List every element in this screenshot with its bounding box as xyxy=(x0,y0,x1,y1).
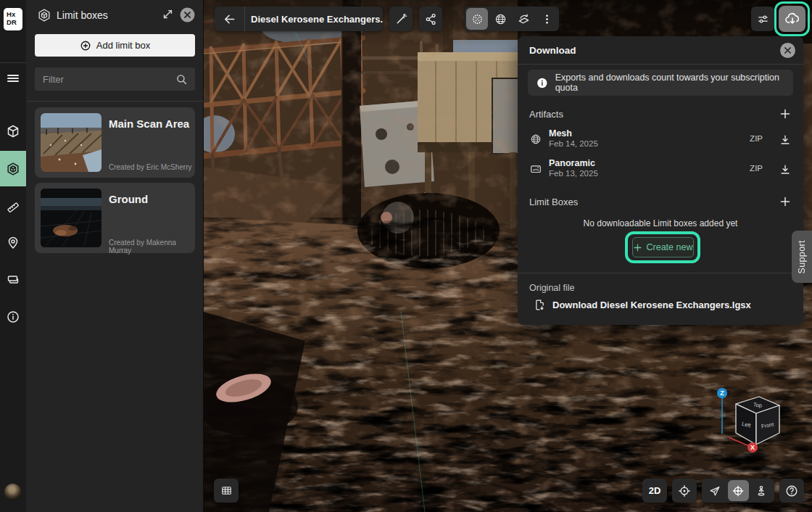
info-icon xyxy=(6,310,20,324)
limit-box-title: Main Scan Area xyxy=(109,117,189,130)
back-button[interactable] xyxy=(215,7,245,31)
close-icon xyxy=(180,7,195,22)
fly-mode-button[interactable] xyxy=(703,479,727,503)
artifact-format: ZIP xyxy=(750,134,763,143)
hamburger-icon xyxy=(6,71,20,86)
close-icon xyxy=(784,46,792,54)
add-artifact-button[interactable] xyxy=(779,107,792,120)
file-title-bar: Diesel Kerosene Exchangers.lgsx xyxy=(215,7,383,31)
mesh-artifact-icon xyxy=(529,133,542,146)
info-filled-icon xyxy=(536,77,548,89)
filter-field xyxy=(35,67,195,91)
plus-circle-icon xyxy=(80,40,91,51)
close-panel-button[interactable] xyxy=(179,7,195,22)
orientation-cube-gizmo[interactable]: Top Left Front Z X xyxy=(714,385,790,455)
ruler-icon xyxy=(6,198,20,212)
support-tab-label: Support xyxy=(797,240,807,274)
file-title: Diesel Kerosene Exchangers.lgsx xyxy=(245,14,383,25)
download-artifact-button[interactable] xyxy=(777,132,793,148)
sidebar-item-datasets[interactable] xyxy=(0,267,26,293)
user-avatar[interactable] xyxy=(4,484,21,500)
more-options-button[interactable] xyxy=(535,7,558,31)
artifact-format: ZIP xyxy=(750,164,763,173)
artifact-row: Panoramic Feb 13, 2025 ZIP xyxy=(518,157,803,182)
plus-icon xyxy=(634,244,642,252)
limit-box-icon xyxy=(37,8,51,22)
divider xyxy=(518,273,803,273)
limit-box-created-by: Created by Makenna Murray xyxy=(109,239,195,255)
orbit-mode-button[interactable] xyxy=(728,480,749,501)
view-settings-button[interactable] xyxy=(751,7,774,31)
point-cloud-icon xyxy=(471,12,484,26)
share-button[interactable] xyxy=(419,7,442,31)
z-axis-label: Z xyxy=(720,389,724,397)
sidebar-item-locations[interactable] xyxy=(0,230,26,256)
texture-mode-button[interactable] xyxy=(512,7,535,31)
arrow-left-icon xyxy=(223,12,236,26)
limit-box-icon xyxy=(6,162,20,176)
app-window: Hx DR Limit boxes xyxy=(0,0,812,512)
render-mode-toolbar xyxy=(465,7,559,31)
limit-boxes-panel: Limit boxes Add limit box xyxy=(26,0,204,512)
original-file-label: Original file xyxy=(529,283,575,293)
create-new-label: Create new xyxy=(647,242,693,252)
limit-boxes-label: Limit Boxes xyxy=(529,197,578,207)
sidebar-item-limit-boxes[interactable] xyxy=(0,151,26,186)
limit-box-title: Ground xyxy=(109,193,148,205)
add-limit-box-download-button[interactable] xyxy=(779,195,792,208)
magic-wand-icon xyxy=(394,12,408,26)
download-button[interactable] xyxy=(779,6,805,32)
artifacts-section-header: Artifacts xyxy=(529,107,792,120)
magic-wand-button[interactable] xyxy=(389,7,413,31)
quota-notice-banner: Exports and downloads count towards your… xyxy=(528,70,793,96)
original-file-link-text: Download Diesel Kerosene Exchangers.lgsx xyxy=(552,300,751,310)
limit-box-list-item[interactable]: Ground Created by Makenna Murray xyxy=(35,183,195,253)
2d-mode-button[interactable]: 2D xyxy=(642,479,667,503)
datasets-icon xyxy=(6,273,20,287)
add-limit-box-label: Add limit box xyxy=(96,40,150,51)
download-artifact-button[interactable] xyxy=(777,162,793,178)
mesh-mode-button[interactable] xyxy=(489,7,512,31)
download-tray-icon xyxy=(779,133,792,146)
quota-notice-text: Exports and downloads count towards your… xyxy=(555,73,784,93)
menu-button[interactable] xyxy=(0,65,26,91)
scan-thumbnail xyxy=(41,189,102,247)
search-icon xyxy=(175,73,188,86)
mesh-sphere-icon xyxy=(494,12,508,26)
plus-icon xyxy=(780,197,790,207)
navigation-mode-toolbar xyxy=(702,479,774,503)
logo-line2: DR xyxy=(7,18,22,26)
download-panel: Download Exports and downloads count tow… xyxy=(518,36,803,325)
sidebar-item-info[interactable] xyxy=(0,304,26,330)
recenter-button[interactable] xyxy=(672,479,697,503)
help-button[interactable] xyxy=(779,479,804,503)
limit-box-list-item[interactable]: Main Scan Area Created by Eric McSherry xyxy=(35,107,195,178)
x-axis-label: X xyxy=(750,444,755,451)
point-cloud-mode-button[interactable] xyxy=(466,8,488,30)
minimap-toggle-button[interactable] xyxy=(214,479,239,503)
grid-icon xyxy=(220,484,233,497)
walk-mode-button[interactable] xyxy=(750,479,774,503)
download-original-file-link[interactable]: Download Diesel Kerosene Exchangers.lgsx xyxy=(534,299,751,311)
cube-face-top-label: Top xyxy=(753,401,763,408)
share-icon xyxy=(424,12,438,26)
close-download-panel-button[interactable] xyxy=(780,43,795,58)
textured-mesh-icon xyxy=(517,12,531,26)
file-download-icon xyxy=(534,299,546,311)
support-tab[interactable]: Support xyxy=(792,231,812,283)
create-new-button[interactable]: Create new xyxy=(632,237,694,257)
sidebar-item-measure[interactable] xyxy=(0,192,26,218)
globe-crosshair-icon xyxy=(732,484,745,497)
kebab-menu-icon xyxy=(540,12,554,26)
street-view-person-icon xyxy=(755,484,768,497)
add-limit-box-button[interactable]: Add limit box xyxy=(35,34,195,57)
sidebar-item-models[interactable] xyxy=(0,118,26,144)
cloud-download-icon xyxy=(784,11,800,27)
artifact-date: Feb 13, 2025 xyxy=(549,169,598,178)
collapse-icon xyxy=(161,8,174,21)
collapse-panel-button[interactable] xyxy=(160,7,175,22)
plus-icon xyxy=(780,109,790,119)
filter-input[interactable] xyxy=(35,74,175,85)
artifact-name: Mesh xyxy=(549,128,572,139)
artifact-date: Feb 14, 2025 xyxy=(549,139,598,148)
